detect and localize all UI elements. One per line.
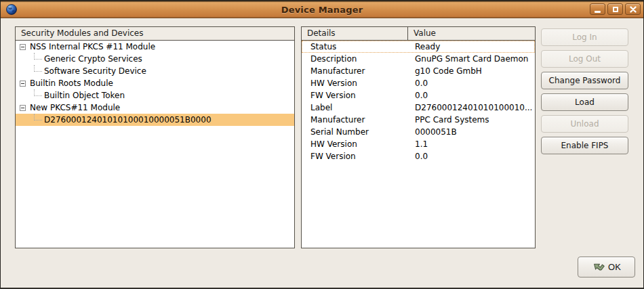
- detail-value: 0000051B: [408, 127, 535, 137]
- tree-connector: [34, 114, 42, 120]
- table-row[interactable]: HW Version 0.0: [302, 77, 535, 89]
- unload-button[interactable]: Unload: [541, 115, 628, 133]
- table-row[interactable]: Manufacturer g10 Code GmbH: [302, 65, 535, 77]
- detail-key: FW Version: [302, 91, 408, 100]
- tree-item-generic-crypto-services[interactable]: Generic Crypto Services: [16, 53, 294, 65]
- table-row[interactable]: Description GnuPG Smart Card Daemon: [302, 53, 535, 65]
- tree-column-header[interactable]: Security Modules and Devices: [16, 27, 294, 41]
- minimize-button[interactable]: [590, 3, 605, 15]
- column-header-details[interactable]: Details: [302, 27, 408, 40]
- detail-value: 0.0: [408, 91, 535, 100]
- table-row[interactable]: Status Ready: [302, 41, 535, 53]
- minimize-icon: [595, 11, 601, 13]
- security-modules-tree: Security Modules and Devices NSS Interna…: [15, 26, 295, 248]
- window-controls: [590, 3, 641, 15]
- window-title: Device Manager: [1, 5, 643, 15]
- detail-value: GnuPG Smart Card Daemon: [408, 54, 535, 64]
- table-row[interactable]: FW Version 0.0: [302, 89, 535, 102]
- detail-key: Status: [302, 42, 408, 51]
- tree-item-label: New PKCS#11 Module: [30, 103, 120, 112]
- detail-value: Ready: [408, 42, 535, 51]
- ok-button[interactable]: OK: [578, 257, 635, 277]
- close-icon: [630, 6, 637, 13]
- detail-value: D27600012401010100010...: [408, 103, 535, 112]
- table-row[interactable]: Label D27600012401010100010...: [302, 102, 535, 114]
- action-button-column: Log In Log Out Change Password Load Unlo…: [541, 28, 628, 154]
- detail-key: Manufacturer: [302, 115, 408, 125]
- tree-item-label: Builtin Object Token: [44, 91, 125, 100]
- log-in-button[interactable]: Log In: [541, 28, 628, 46]
- details-table: Details Value Status Ready Description G…: [301, 26, 536, 248]
- tree-item-nss-internal-module[interactable]: NSS Internal PKCS #11 Module: [16, 41, 294, 53]
- detail-value: 1.1: [408, 139, 535, 149]
- detail-key: Serial Number: [302, 127, 408, 137]
- column-header-value[interactable]: Value: [408, 27, 535, 40]
- enable-fips-button[interactable]: Enable FIPS: [541, 137, 628, 154]
- tree-item-label: Software Security Device: [44, 66, 146, 76]
- app-globe-icon: [5, 3, 18, 16]
- tree-item-smartcard-token-selected[interactable]: D27600012401010100010000051B0000: [16, 114, 294, 126]
- change-password-button[interactable]: Change Password: [541, 72, 628, 89]
- ok-button-label: OK: [608, 262, 621, 272]
- details-table-body: Status Ready Description GnuPG Smart Car…: [302, 41, 535, 162]
- collapse-icon[interactable]: [20, 81, 26, 87]
- log-out-button[interactable]: Log Out: [541, 50, 628, 68]
- detail-value: g10 Code GmbH: [408, 66, 535, 76]
- close-button[interactable]: [625, 3, 641, 15]
- detail-key: HW Version: [302, 79, 408, 88]
- collapse-icon[interactable]: [20, 44, 26, 50]
- detail-key: HW Version: [302, 139, 408, 149]
- tree-item-builtin-object-token[interactable]: Builtin Object Token: [16, 89, 294, 102]
- detail-key: Description: [302, 54, 408, 64]
- maximize-button[interactable]: [607, 3, 623, 15]
- tree-body: NSS Internal PKCS #11 Module Generic Cry…: [16, 41, 294, 126]
- detail-value: 0.0: [408, 152, 535, 161]
- maximize-icon: [613, 7, 618, 12]
- titlebar[interactable]: Device Manager: [1, 1, 643, 18]
- table-row[interactable]: Manufacturer PPC Card Systems: [302, 114, 535, 126]
- tree-item-builtin-roots-module[interactable]: Builtin Roots Module: [16, 77, 294, 89]
- load-button[interactable]: Load: [541, 93, 628, 111]
- table-row[interactable]: Serial Number 0000051B: [302, 126, 535, 138]
- detail-key: Manufacturer: [302, 66, 408, 76]
- tree-item-label: NSS Internal PKCS #11 Module: [30, 42, 155, 51]
- tree-item-label: Generic Crypto Services: [44, 54, 142, 64]
- tree-connector: [34, 65, 42, 72]
- tree-item-new-pkcs11-module[interactable]: New PKCS#11 Module: [16, 102, 294, 114]
- tree-item-label: D27600012401010100010000051B0000: [44, 115, 212, 125]
- collapse-icon[interactable]: [20, 105, 26, 111]
- tree-connector: [34, 53, 42, 60]
- details-table-header: Details Value: [302, 27, 535, 41]
- tree-connector: [34, 89, 42, 96]
- detail-value: 0.0: [408, 79, 535, 88]
- tree-item-label: Builtin Roots Module: [30, 79, 113, 88]
- device-manager-window: Device Manager Security Modules and Devi…: [0, 0, 644, 289]
- detail-value: PPC Card Systems: [408, 115, 535, 125]
- detail-key: FW Version: [302, 152, 408, 161]
- table-row[interactable]: FW Version 0.0: [302, 150, 535, 162]
- detail-key: Label: [302, 103, 408, 112]
- table-row[interactable]: HW Version 1.1: [302, 138, 535, 150]
- ok-enter-arrow-icon: [590, 259, 606, 275]
- tree-item-software-security-device[interactable]: Software Security Device: [16, 65, 294, 77]
